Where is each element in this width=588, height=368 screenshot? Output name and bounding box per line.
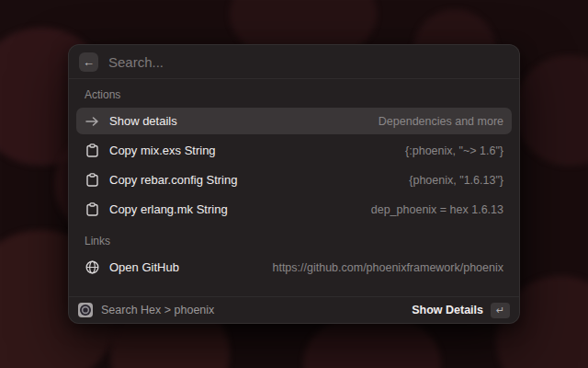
status-bar: Search Hex > phoenix Show Details ↵ (69, 296, 519, 323)
list-item-copy-rebar-config[interactable]: Copy rebar.config String {phoenix, "1.6.… (76, 167, 512, 193)
clipboard-icon (85, 173, 99, 188)
list-item-label: Show details (109, 114, 177, 128)
section-title-links: Links (76, 225, 512, 254)
section-title-actions: Actions (76, 81, 512, 108)
show-details-label: Show Details (412, 304, 483, 316)
list-item-label: Open GitHub (109, 260, 179, 274)
list-item-show-details[interactable]: Show details Dependencies and more (76, 108, 512, 134)
list-item-value: https://github.com/phoenixframework/phoe… (272, 261, 503, 274)
arrow-right-icon (85, 114, 99, 129)
list-item-open-github[interactable]: Open GitHub https://github.com/phoenixfr… (76, 254, 512, 281)
show-details-action[interactable]: Show Details ↵ (412, 303, 510, 318)
list-item-value: Dependencies and more (379, 115, 503, 128)
hex-app-icon (78, 303, 93, 317)
background-bokeh (514, 55, 588, 166)
list-item-label: Copy rebar.config String (109, 173, 237, 187)
results-list: Actions Show details Dependencies and mo… (69, 79, 519, 296)
command-palette: ← Actions Show details Dependencies and … (68, 44, 520, 324)
arrow-left-icon: ← (83, 56, 95, 68)
list-item-copy-erlang-mk[interactable]: Copy erlang.mk String dep_phoenix = hex … (76, 196, 512, 223)
list-item-value: {phoenix, "1.6.13"} (409, 174, 503, 187)
clipboard-icon (85, 202, 99, 217)
globe-icon (85, 260, 99, 275)
back-button[interactable]: ← (79, 52, 98, 72)
breadcrumb: Search Hex > phoenix (101, 304, 214, 316)
list-item-label: Copy erlang.mk String (109, 202, 228, 216)
list-item-value: dep_phoenix = hex 1.6.13 (371, 203, 503, 216)
search-bar: ← (69, 45, 519, 79)
search-input[interactable] (108, 54, 509, 70)
list-item-value: {:phoenix, "~> 1.6"} (405, 144, 503, 157)
list-item-copy-mix-exs[interactable]: Copy mix.exs String {:phoenix, "~> 1.6"} (76, 137, 512, 164)
clipboard-icon (85, 144, 99, 158)
list-item-label: Copy mix.exs String (109, 144, 216, 157)
enter-keycap: ↵ (491, 303, 510, 318)
